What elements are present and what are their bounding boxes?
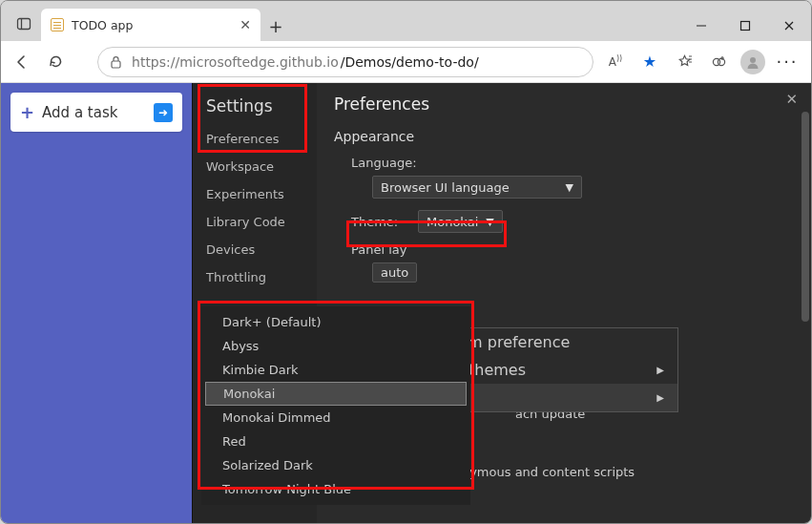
sidebar-item-workspace[interactable]: Workspace	[193, 153, 317, 180]
sidebar-item-library-code[interactable]: Library Code	[193, 208, 317, 236]
svg-rect-0	[18, 19, 31, 30]
lock-icon	[110, 55, 122, 69]
sidebar-item-devices[interactable]: Devices	[193, 236, 317, 263]
svg-point-11	[718, 58, 724, 65]
theme-value: Monokai	[427, 215, 478, 229]
back-button[interactable]	[9, 46, 36, 78]
favorites-button[interactable]	[668, 46, 700, 78]
triangle-right-icon: ▶	[656, 392, 664, 403]
favorite-star-icon[interactable]: ★	[634, 46, 666, 78]
theme-option-tomorrow-night-blue[interactable]: Tomorrow Night Blue	[201, 477, 470, 501]
add-task-card[interactable]: + Add a task ➜	[10, 93, 182, 132]
triangle-right-icon: ▶	[656, 365, 664, 375]
window-close-button[interactable]	[767, 10, 811, 41]
svg-point-14	[750, 57, 756, 63]
theme-select[interactable]: Monokai ▼	[418, 210, 503, 233]
settings-title: Settings	[193, 93, 317, 125]
url-path: /Demos/demo-to-do/	[341, 54, 479, 70]
webpage: + Add a task ➜	[1, 83, 192, 523]
theme-option-abyss[interactable]: Abyss	[201, 334, 470, 358]
read-aloud-button[interactable]: A))	[599, 46, 632, 78]
chevron-down-icon: ▼	[566, 181, 573, 194]
theme-dropdown-menu: Dark+ (Default) Abyss Kimbie Dark Monoka…	[201, 306, 470, 505]
sidebar-item-throttling[interactable]: Throttling	[193, 263, 317, 291]
svg-rect-6	[112, 61, 120, 68]
refresh-button[interactable]	[42, 46, 70, 78]
theme-option-kimbie-dark[interactable]: Kimbie Dark	[201, 358, 470, 382]
svg-rect-3	[741, 22, 750, 31]
chevron-down-icon: ▼	[486, 216, 493, 228]
more-menu-button[interactable]: ···	[771, 46, 803, 78]
preferences-heading: Preferences	[334, 94, 792, 114]
appearance-heading: Appearance	[334, 129, 792, 144]
plus-icon: +	[20, 102, 34, 122]
theme-option-monokai[interactable]: Monokai	[205, 382, 467, 406]
language-value: Browser UI language	[381, 180, 510, 195]
panel-layout-value[interactable]: auto	[372, 262, 417, 283]
address-bar[interactable]: https://microsoftedge.github.io/Demos/de…	[97, 47, 593, 77]
submit-icon[interactable]: ➜	[154, 103, 173, 122]
collections-button[interactable]	[702, 46, 735, 78]
content-area: + Add a task ➜ ✕ Settings Preferences Wo…	[1, 83, 811, 523]
add-task-label: Add a task	[42, 104, 117, 121]
profile-avatar[interactable]	[737, 46, 769, 78]
tab-actions-button[interactable]	[7, 7, 41, 41]
theme-label: Theme:	[351, 215, 408, 229]
sidebar-item-experiments[interactable]: Experiments	[193, 180, 317, 208]
language-select[interactable]: Browser UI language ▼	[372, 176, 582, 199]
window-maximize-button[interactable]	[723, 10, 767, 41]
favicon-icon	[51, 18, 64, 31]
sidebar-item-preferences[interactable]: Preferences	[193, 125, 317, 153]
browser-tab[interactable]: TODO app ✕	[41, 9, 260, 41]
new-tab-button[interactable]: +	[260, 10, 291, 41]
language-label: Language:	[351, 156, 417, 170]
browser-titlebar: TODO app ✕ +	[1, 1, 811, 41]
tab-title: TODO app	[72, 18, 133, 32]
theme-option-monokai-dimmed[interactable]: Monokai Dimmed	[201, 406, 470, 430]
tab-close-button[interactable]: ✕	[239, 17, 251, 32]
window-minimize-button[interactable]	[679, 10, 723, 41]
panel-layout-label: Panel lay	[351, 242, 408, 257]
theme-option-solarized-dark[interactable]: Solarized Dark	[201, 453, 470, 477]
theme-option-red[interactable]: Red	[201, 430, 470, 453]
browser-toolbar: https://microsoftedge.github.io/Demos/de…	[1, 41, 811, 83]
theme-option-dark-default[interactable]: Dark+ (Default)	[201, 310, 470, 334]
url-host: https://microsoftedge.github.io	[132, 54, 339, 70]
